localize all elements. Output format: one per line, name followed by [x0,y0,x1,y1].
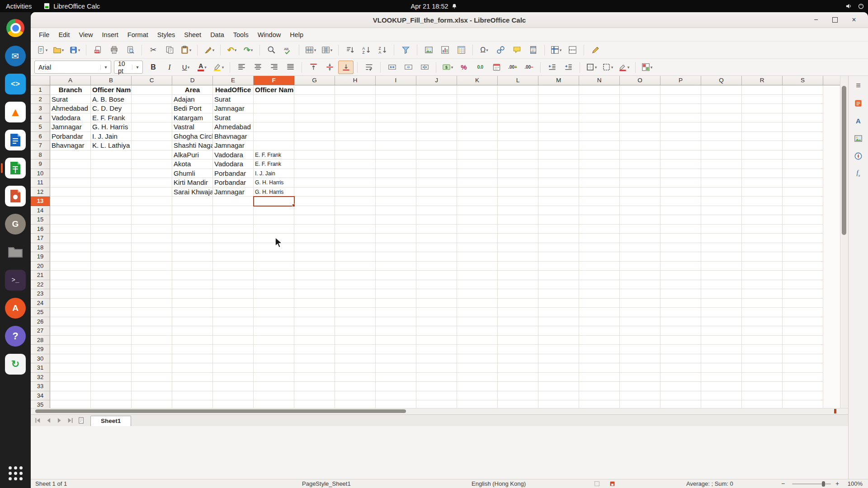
cell-H9[interactable] [335,160,376,169]
cell-L6[interactable] [498,132,538,141]
cell-N22[interactable] [579,280,620,290]
insert-sheet-icon[interactable] [76,416,86,426]
cell-E7[interactable]: Jamnagar [213,141,254,150]
cell-I33[interactable] [376,382,416,391]
cell-J29[interactable] [416,345,457,354]
column-header-H[interactable]: H [335,76,376,85]
cell-E3[interactable]: Jamnagar [213,104,254,113]
cell-O30[interactable] [620,354,660,364]
cell-R5[interactable] [742,122,783,132]
cell-A32[interactable] [50,373,91,382]
cell-L2[interactable] [498,95,538,104]
cell-D32[interactable] [172,373,213,382]
cell-G14[interactable] [294,206,335,216]
row-header-13[interactable]: 13 [31,197,50,206]
column-header-I[interactable]: I [376,76,416,85]
page-style[interactable]: PageStyle_Sheet1 [302,480,351,487]
cell-D19[interactable] [172,252,213,262]
find-replace-button[interactable] [264,43,279,57]
cell-H3[interactable] [335,104,376,113]
cell-J17[interactable] [416,234,457,243]
cell-E14[interactable] [213,206,254,216]
cell-B22[interactable] [91,280,132,290]
cell-K24[interactable] [457,299,498,308]
menu-file[interactable]: File [34,29,54,40]
cell-E4[interactable]: Surat [213,113,254,123]
cell-B13[interactable] [91,197,132,206]
cell-I24[interactable] [376,299,416,308]
export-pdf-button[interactable]: PDF [90,43,105,57]
sidebar-settings-icon[interactable]: ≡ [852,79,865,92]
cell-L11[interactable] [498,178,538,188]
cell-I12[interactable] [376,188,416,197]
cell-P19[interactable] [660,252,701,262]
cell-A16[interactable] [50,225,91,234]
cell-M6[interactable] [538,132,579,141]
format-as-percent-button[interactable]: % [456,61,472,74]
cell-Q32[interactable] [701,373,742,382]
cell-J22[interactable] [416,280,457,290]
cell-I6[interactable] [376,132,416,141]
cell-C34[interactable] [132,391,172,401]
cell-O26[interactable] [620,317,660,327]
cell-O23[interactable] [620,289,660,299]
cell-M26[interactable] [538,317,579,327]
cell-H13[interactable] [335,197,376,206]
cell-B9[interactable] [91,160,132,169]
cell-O5[interactable] [620,122,660,132]
vscode-icon[interactable]: <> [0,70,31,98]
cell-O13[interactable] [620,197,660,206]
cell-R34[interactable] [742,391,783,401]
cell-H19[interactable] [335,252,376,262]
cell-J35[interactable] [416,400,457,408]
highlighting-color-button[interactable]: ▾ [211,61,226,74]
cell-B18[interactable] [91,243,132,253]
cell-F8[interactable]: E. F. Frank [254,150,294,160]
cell-Q20[interactable] [701,262,742,271]
cell-Q2[interactable] [701,95,742,104]
cell-M1[interactable] [538,85,579,95]
cell-I4[interactable] [376,113,416,123]
cell-H10[interactable] [335,169,376,178]
row-header-14[interactable]: 14 [31,206,50,216]
wrap-text-button[interactable] [361,61,377,74]
merge-cells-button[interactable] [401,61,416,74]
cell-Q9[interactable] [701,160,742,169]
cell-F3[interactable] [254,104,294,113]
add-decimal-place-button[interactable]: .00+ [505,61,520,74]
cell-K35[interactable] [457,400,498,408]
cell-D33[interactable] [172,382,213,391]
minimize-button[interactable]: − [811,15,821,25]
cell-Q8[interactable] [701,150,742,160]
cell-N12[interactable] [579,188,620,197]
cell-N7[interactable] [579,141,620,150]
cell-N8[interactable] [579,150,620,160]
cell-L7[interactable] [498,141,538,150]
cell-I17[interactable] [376,234,416,243]
cell-D24[interactable] [172,299,213,308]
cell-M27[interactable] [538,326,579,336]
column-header-C[interactable]: C [132,76,172,85]
column-header-E[interactable]: E [213,76,254,85]
cell-J9[interactable] [416,160,457,169]
column-header-B[interactable]: B [91,76,132,85]
cell-N26[interactable] [579,317,620,327]
delete-decimal-place-button[interactable]: .00− [521,61,537,74]
cell-A35[interactable] [50,400,91,408]
cell-G30[interactable] [294,354,335,364]
cell-E13[interactable] [213,197,254,206]
cell-H15[interactable] [335,215,376,225]
cell-E24[interactable] [213,299,254,308]
cell-K20[interactable] [457,262,498,271]
cell-B24[interactable] [91,299,132,308]
cell-G23[interactable] [294,289,335,299]
italic-button[interactable]: I [162,61,177,74]
cell-A21[interactable] [50,271,91,280]
cell-M24[interactable] [538,299,579,308]
cell-K10[interactable] [457,169,498,178]
cell-E34[interactable] [213,391,254,401]
cell-N19[interactable] [579,252,620,262]
row-button[interactable]: ▾ [303,43,318,57]
cell-D15[interactable] [172,215,213,225]
cell-B34[interactable] [91,391,132,401]
